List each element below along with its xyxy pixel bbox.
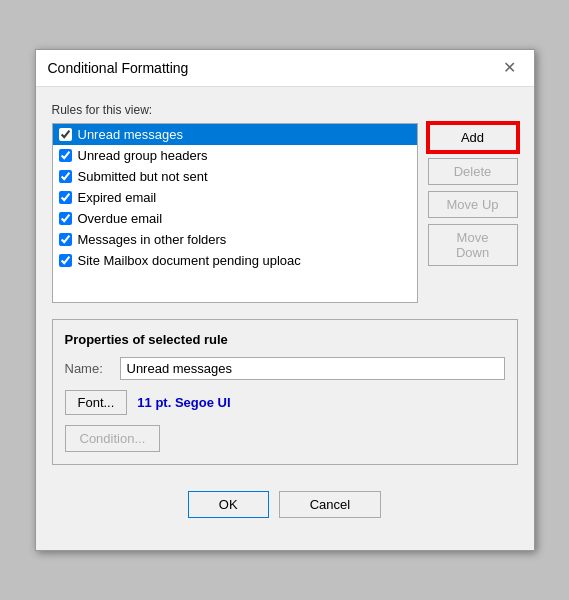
rules-list-item[interactable]: Expired email <box>53 187 417 208</box>
conditional-formatting-dialog: Conditional Formatting ✕ Rules for this … <box>35 49 535 551</box>
right-buttons: Add Delete Move Up Move Down <box>428 123 518 303</box>
rules-item-checkbox[interactable] <box>59 170 72 183</box>
rules-item-checkbox[interactable] <box>59 149 72 162</box>
rules-item-label: Overdue email <box>78 211 163 226</box>
name-row: Name: <box>65 357 505 380</box>
rules-list-item[interactable]: Site Mailbox document pending uploac <box>53 250 417 271</box>
font-row: Font... 11 pt. Segoe UI <box>65 390 505 415</box>
move-down-button[interactable]: Move Down <box>428 224 518 266</box>
dialog-body: Rules for this view: Unread messagesUnre… <box>36 87 534 550</box>
close-button[interactable]: ✕ <box>497 58 522 78</box>
properties-section: Properties of selected rule Name: Font..… <box>52 319 518 465</box>
rules-container: Unread messagesUnread group headersSubmi… <box>52 123 518 303</box>
rules-item-label: Unread group headers <box>78 148 208 163</box>
rules-list-item[interactable]: Submitted but not sent <box>53 166 417 187</box>
rules-list-item[interactable]: Unread group headers <box>53 145 417 166</box>
delete-button[interactable]: Delete <box>428 158 518 185</box>
rules-list-wrapper[interactable]: Unread messagesUnread group headersSubmi… <box>52 123 418 303</box>
add-button[interactable]: Add <box>428 123 518 152</box>
condition-button[interactable]: Condition... <box>65 425 161 452</box>
rules-list-item[interactable]: Unread messages <box>53 124 417 145</box>
font-button[interactable]: Font... <box>65 390 128 415</box>
dialog-footer: OK Cancel <box>52 481 518 534</box>
name-input[interactable] <box>120 357 505 380</box>
ok-button[interactable]: OK <box>188 491 269 518</box>
rules-item-label: Expired email <box>78 190 157 205</box>
rules-item-label: Messages in other folders <box>78 232 227 247</box>
rules-list: Unread messagesUnread group headersSubmi… <box>53 124 417 271</box>
title-bar: Conditional Formatting ✕ <box>36 50 534 87</box>
move-up-button[interactable]: Move Up <box>428 191 518 218</box>
rules-item-label: Submitted but not sent <box>78 169 208 184</box>
rules-item-checkbox[interactable] <box>59 191 72 204</box>
rules-section-label: Rules for this view: <box>52 103 518 117</box>
dialog-title: Conditional Formatting <box>48 60 189 76</box>
name-label: Name: <box>65 361 120 376</box>
rules-item-label: Unread messages <box>78 127 184 142</box>
font-display: 11 pt. Segoe UI <box>137 395 230 410</box>
rules-item-checkbox[interactable] <box>59 212 72 225</box>
rules-list-item[interactable]: Messages in other folders <box>53 229 417 250</box>
condition-row: Condition... <box>65 425 505 452</box>
rules-list-item[interactable]: Overdue email <box>53 208 417 229</box>
rules-item-checkbox[interactable] <box>59 254 72 267</box>
cancel-button[interactable]: Cancel <box>279 491 381 518</box>
rules-item-checkbox[interactable] <box>59 233 72 246</box>
rules-item-label: Site Mailbox document pending uploac <box>78 253 301 268</box>
properties-title: Properties of selected rule <box>65 332 505 347</box>
rules-item-checkbox[interactable] <box>59 128 72 141</box>
